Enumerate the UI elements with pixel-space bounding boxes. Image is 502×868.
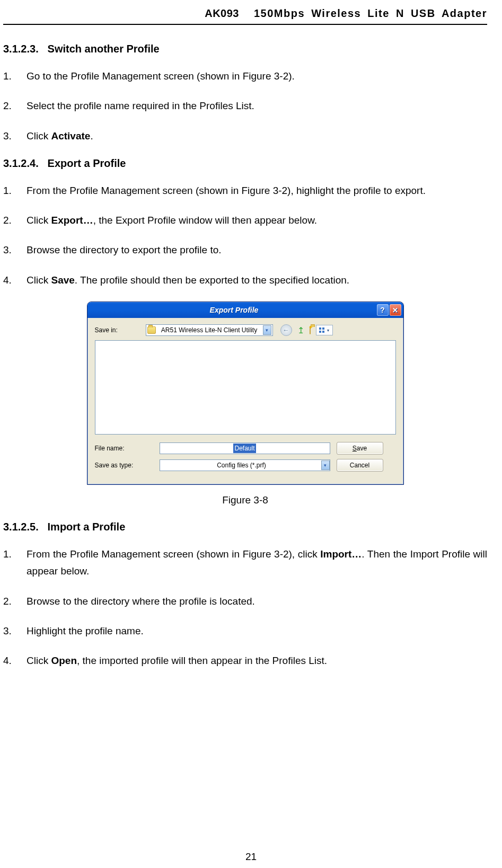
page-header: AK093 150Mbps Wireless Lite N USB Adapte… [3,7,487,25]
section-title: Export a Profile [48,157,126,169]
header-product: 150Mbps Wireless Lite N USB Adapter [254,7,487,20]
list-item: Click Save. The profile should then be e… [3,272,487,289]
list-item: Click Open, the imported profile will th… [3,652,487,669]
list-item: Click Activate. [3,128,487,145]
file-list-area[interactable] [95,340,396,435]
figure-export-profile: Export Profile ? ✕ Save in: AR51 Wireles… [3,302,487,506]
save-in-dropdown[interactable]: AR51 Wireless Lite-N Client Utility ▾ [146,324,273,336]
list-item: From the Profile Management screen (show… [3,546,487,580]
list-item: Select the profile name required in the … [3,98,487,114]
save-as-type-dropdown[interactable]: Config files (*.prf) ▾ [160,459,330,471]
section-heading-switch-profile: 3.1.2.3. Switch another Profile [3,43,487,55]
help-button[interactable]: ? [377,304,389,316]
folder-icon [147,326,156,334]
page-number: 21 [0,851,502,863]
figure-caption: Figure 3-8 [3,494,487,506]
dialog-title: Export Profile [93,306,376,314]
switch-profile-steps: Go to the Profile Management screen (sho… [3,68,487,145]
list-item: Click Export…, the Export Profile window… [3,212,487,229]
export-profile-dialog: Export Profile ? ✕ Save in: AR51 Wireles… [87,302,404,485]
list-item: Browse the directory to export the profi… [3,242,487,259]
save-as-type-label: Save as type: [95,462,153,469]
dialog-titlebar[interactable]: Export Profile ? ✕ [87,302,403,318]
section-title: Import a Profile [48,521,126,533]
save-in-value: AR51 Wireless Lite-N Client Utility [158,326,261,334]
list-item: Go to the Profile Management screen (sho… [3,68,487,85]
cancel-button[interactable]: Cancel [337,459,383,472]
close-button[interactable]: ✕ [390,304,401,316]
chevron-down-icon[interactable]: ▾ [263,325,271,335]
filename-label: File name: [95,445,153,452]
save-as-type-value: Config files (*.prf) [162,462,321,469]
nav-up-button[interactable]: ↥ [297,325,304,335]
filename-input[interactable]: Default [160,442,330,454]
section-number: 3.1.2.4. [3,157,45,170]
section-title: Switch another Profile [48,43,160,55]
new-folder-button[interactable]: ✦ [310,326,311,334]
view-menu-button[interactable]: ▾ [316,325,333,335]
sparkle-icon: ✦ [309,324,313,330]
views-icon [319,327,325,333]
chevron-down-icon[interactable]: ▾ [321,460,330,470]
list-item: From the Profile Management screen (show… [3,182,487,199]
list-item: Highlight the profile name. [3,623,487,640]
section-number: 3.1.2.5. [3,521,45,533]
export-profile-steps: From the Profile Management screen (show… [3,182,487,289]
import-profile-steps: From the Profile Management screen (show… [3,546,487,669]
section-heading-export-profile: 3.1.2.4. Export a Profile [3,157,487,170]
nav-back-button[interactable]: ← [280,324,292,336]
section-heading-import-profile: 3.1.2.5. Import a Profile [3,521,487,533]
header-model: AK093 [205,7,239,20]
section-number: 3.1.2.3. [3,43,45,55]
list-item: Browse to the directory where the profil… [3,593,487,610]
filename-value: Default [233,444,256,453]
chevron-down-icon: ▾ [327,328,329,333]
save-button[interactable]: Save [337,442,383,455]
save-in-label: Save in: [95,326,143,334]
